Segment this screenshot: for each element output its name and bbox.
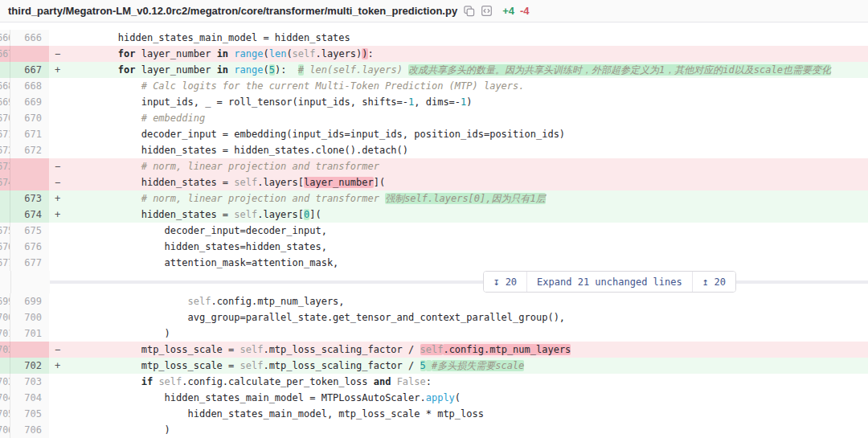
new-line-number[interactable]: 700 (10, 309, 49, 325)
new-line-number[interactable]: 702 (10, 358, 49, 374)
copy-icon (463, 5, 475, 17)
new-line-number[interactable]: 706 (10, 422, 49, 438)
new-line-number[interactable]: 705 (10, 406, 49, 422)
new-line-number[interactable]: 704 (10, 390, 49, 406)
new-line-number[interactable] (10, 158, 49, 174)
code-line: # Calc logits for the current Multi-Toke… (72, 78, 868, 94)
new-line-number[interactable]: 670 (10, 110, 49, 126)
code-line: hidden_states=hidden_states, (72, 239, 868, 255)
code-line: avg_group=parallel_state.get_tensor_and_… (72, 309, 868, 325)
diff-row-701: 701701 ) (0, 325, 868, 342)
new-line-number[interactable]: 669 (10, 94, 49, 110)
new-line-number[interactable] (10, 342, 49, 358)
new-line-number[interactable]: 671 (10, 126, 49, 142)
old-line-number (0, 207, 10, 223)
deletions-count: -4 (520, 5, 530, 17)
code-line: hidden_states_main_model = hidden_states (72, 30, 868, 46)
old-line-number: 670 (0, 110, 10, 126)
diff-marker (49, 325, 72, 342)
diff-marker (49, 142, 72, 158)
diff-marker (49, 78, 72, 94)
code-line: attention_mask=attention_mask, (72, 255, 868, 271)
diff-marker: + (49, 207, 72, 223)
old-line-number: 674 (0, 174, 10, 190)
new-line-number[interactable]: 668 (10, 78, 49, 94)
new-line-number[interactable]: 675 (10, 223, 49, 239)
file-path: third_party/Megatron-LM_v0.12.0rc2/megat… (8, 5, 457, 17)
old-line-number: 677 (0, 255, 10, 271)
code-line: mtp_loss_scale = self.mtp_loss_scaling_f… (72, 342, 868, 358)
new-line-number[interactable]: 672 (10, 142, 49, 158)
diff-marker: − (49, 342, 72, 358)
old-line-number: 699 (0, 293, 10, 309)
old-line-number: 675 (0, 223, 10, 239)
old-line-number: 673 (0, 158, 10, 174)
code-line: ) (72, 422, 868, 438)
diff-viewer: third_party/Megatron-LM_v0.12.0rc2/megat… (0, 0, 868, 438)
code-line: decoder_input=decoder_input, (72, 223, 868, 239)
diff-row-667: 667+ for layer_number in range(5): # len… (0, 62, 868, 78)
old-line-number: 702 (0, 342, 10, 358)
diff-marker (49, 406, 72, 422)
code-line: hidden_states = hidden_states.clone().de… (72, 142, 868, 158)
new-line-number[interactable]: 699 (10, 293, 49, 309)
new-line-number[interactable]: 676 (10, 239, 49, 255)
diff-row-706: 706706 ) (0, 422, 868, 438)
new-line-number[interactable] (10, 46, 49, 62)
expand-divider (50, 280, 868, 284)
code-line: # norm, linear projection and transforme… (72, 158, 868, 174)
new-line-number[interactable] (10, 174, 49, 190)
old-line-number: 671 (0, 126, 10, 142)
code-line: for layer_number in range(len(self.layer… (72, 46, 868, 62)
diff-marker (49, 94, 72, 110)
diff-marker: − (49, 46, 72, 62)
new-line-number[interactable]: 677 (10, 255, 49, 271)
old-line-number: 706 (0, 422, 10, 438)
new-line-number[interactable]: 674 (10, 207, 49, 223)
code-line: input_ids, _ = roll_tensor(input_ids, sh… (72, 94, 868, 110)
new-line-number[interactable]: 701 (10, 325, 49, 342)
diff-marker (49, 239, 72, 255)
diff-table: 666666 hidden_states_main_model = hidden… (0, 23, 868, 438)
diff-row-702: 702+ mtp_loss_scale = self.mtp_loss_scal… (0, 358, 868, 374)
code-line: self.config.mtp_num_layers, (72, 293, 868, 309)
expand-unchanged-button[interactable]: Expand 21 unchanged lines (526, 272, 692, 292)
new-line-number[interactable]: 666 (10, 30, 49, 46)
old-line-number (0, 190, 10, 207)
diff-marker (49, 223, 72, 239)
expand-down-count: 20 (506, 276, 517, 288)
old-line-number (0, 62, 10, 78)
expand-up-icon: ↥ (702, 276, 709, 288)
copy-path-button[interactable] (463, 5, 475, 17)
diff-row-666: 666666 hidden_states_main_model = hidden… (0, 30, 868, 46)
diff-marker (49, 374, 72, 390)
old-line-number: 676 (0, 239, 10, 255)
code-line: # embedding (72, 110, 868, 126)
code-line: decoder_input = embedding(input_ids=inpu… (72, 126, 868, 142)
diff-row-old-667: 667− for layer_number in range(len(self.… (0, 46, 868, 62)
diff-marker (49, 110, 72, 126)
diff-row-672: 672672 hidden_states = hidden_states.clo… (0, 142, 868, 158)
view-file-button[interactable] (481, 5, 493, 17)
file-header: third_party/Megatron-LM_v0.12.0rc2/megat… (0, 0, 868, 23)
new-line-number[interactable]: 703 (10, 374, 49, 390)
diff-row-old-673: 673− # norm, linear projection and trans… (0, 158, 868, 174)
diff-marker (49, 309, 72, 325)
new-line-number[interactable]: 667 (10, 62, 49, 78)
diff-row-old-702: 702− mtp_loss_scale = self.mtp_loss_scal… (0, 342, 868, 358)
code-line: hidden_states_main_model, mtp_loss_scale… (72, 406, 868, 422)
diff-marker (49, 390, 72, 406)
expand-down-button[interactable]: ↧20 (484, 272, 526, 292)
expand-up-button[interactable]: ↥20 (692, 272, 735, 292)
diff-row-old-674: 674− hidden_states = self.layers[layer_n… (0, 174, 868, 190)
diff-row-674: 674+ hidden_states = self.layers[0]( (0, 207, 868, 223)
file-code-icon (481, 5, 493, 17)
new-line-number[interactable]: 673 (10, 190, 49, 207)
expand-down-icon: ↧ (493, 276, 500, 288)
code-line: ) (72, 325, 868, 342)
diff-marker: − (49, 174, 72, 190)
diff-row-675: 675675 decoder_input=decoder_input, (0, 223, 868, 239)
code-line: hidden_states = self.layers[layer_number… (72, 174, 868, 190)
diff-row-673: 673+ # norm, linear projection and trans… (0, 190, 868, 207)
old-line-number: 704 (0, 390, 10, 406)
